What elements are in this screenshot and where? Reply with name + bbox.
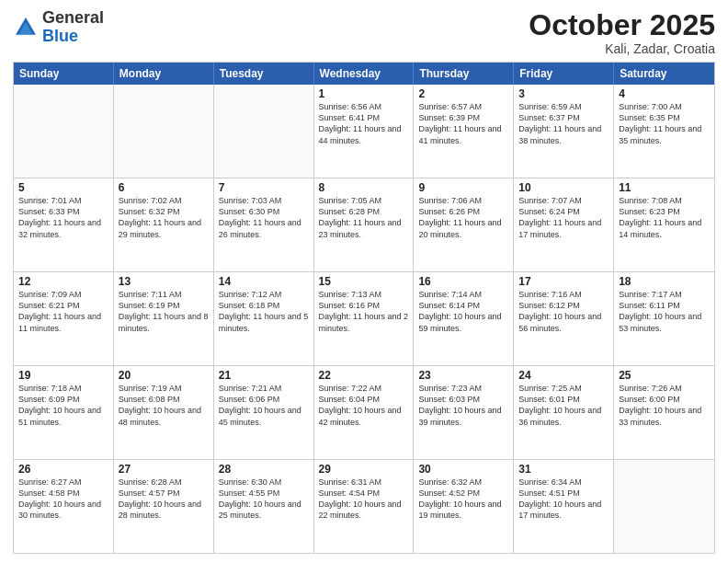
cell-info: Sunrise: 7:05 AM Sunset: 6:28 PM Dayligh… — [319, 195, 409, 240]
day-number: 26 — [18, 463, 108, 476]
calendar-cell: 28Sunrise: 6:30 AM Sunset: 4:55 PM Dayli… — [214, 460, 314, 553]
day-number: 12 — [18, 275, 108, 288]
calendar-cell: 29Sunrise: 6:31 AM Sunset: 4:54 PM Dayli… — [314, 460, 415, 553]
cell-info: Sunrise: 7:26 AM Sunset: 6:00 PM Dayligh… — [619, 383, 710, 428]
header: General Blue October 2025 Kali, Zadar, C… — [13, 9, 715, 56]
calendar-cell: 14Sunrise: 7:12 AM Sunset: 6:18 PM Dayli… — [214, 272, 314, 365]
cell-info: Sunrise: 7:08 AM Sunset: 6:23 PM Dayligh… — [619, 195, 710, 240]
calendar: SundayMondayTuesdayWednesdayThursdayFrid… — [13, 62, 715, 554]
calendar-cell: 24Sunrise: 7:25 AM Sunset: 6:01 PM Dayli… — [514, 366, 614, 459]
calendar-cell: 23Sunrise: 7:23 AM Sunset: 6:03 PM Dayli… — [414, 366, 514, 459]
location: Kali, Zadar, Croatia — [529, 41, 715, 56]
cell-info: Sunrise: 7:23 AM Sunset: 6:03 PM Dayligh… — [418, 383, 508, 428]
cell-info: Sunrise: 7:13 AM Sunset: 6:16 PM Dayligh… — [319, 289, 409, 334]
calendar-row: 19Sunrise: 7:18 AM Sunset: 6:09 PM Dayli… — [14, 365, 714, 459]
month-title: October 2025 — [529, 9, 715, 41]
calendar-cell — [114, 85, 214, 178]
weekday-header: Thursday — [414, 63, 514, 85]
calendar-cell: 16Sunrise: 7:14 AM Sunset: 6:14 PM Dayli… — [414, 272, 514, 365]
day-number: 21 — [219, 369, 309, 382]
cell-info: Sunrise: 7:11 AM Sunset: 6:19 PM Dayligh… — [119, 289, 209, 334]
calendar-cell: 15Sunrise: 7:13 AM Sunset: 6:16 PM Dayli… — [314, 272, 415, 365]
calendar-cell: 18Sunrise: 7:17 AM Sunset: 6:11 PM Dayli… — [614, 272, 714, 365]
cell-info: Sunrise: 7:09 AM Sunset: 6:21 PM Dayligh… — [18, 289, 108, 334]
day-number: 2 — [418, 87, 508, 100]
calendar-cell: 2Sunrise: 6:57 AM Sunset: 6:39 PM Daylig… — [414, 85, 514, 178]
calendar-cell: 12Sunrise: 7:09 AM Sunset: 6:21 PM Dayli… — [14, 272, 114, 365]
day-number: 27 — [119, 463, 209, 476]
calendar-cell — [614, 460, 714, 553]
cell-info: Sunrise: 6:59 AM Sunset: 6:37 PM Dayligh… — [518, 101, 609, 146]
day-number: 14 — [219, 275, 309, 288]
weekday-header: Wednesday — [314, 63, 415, 85]
calendar-cell: 20Sunrise: 7:19 AM Sunset: 6:08 PM Dayli… — [114, 366, 214, 459]
day-number: 20 — [119, 369, 209, 382]
cell-info: Sunrise: 7:17 AM Sunset: 6:11 PM Dayligh… — [619, 289, 710, 334]
weekday-header: Sunday — [14, 63, 114, 85]
day-number: 3 — [518, 87, 609, 100]
day-number: 15 — [319, 275, 409, 288]
logo-text: General Blue — [42, 9, 104, 46]
cell-info: Sunrise: 7:07 AM Sunset: 6:24 PM Dayligh… — [518, 195, 609, 240]
calendar-cell: 26Sunrise: 6:27 AM Sunset: 4:58 PM Dayli… — [14, 460, 114, 553]
day-number: 4 — [619, 87, 710, 100]
calendar-cell: 30Sunrise: 6:32 AM Sunset: 4:52 PM Dayli… — [414, 460, 514, 553]
cell-info: Sunrise: 6:31 AM Sunset: 4:54 PM Dayligh… — [319, 477, 409, 522]
day-number: 24 — [518, 369, 609, 382]
day-number: 31 — [518, 463, 609, 476]
calendar-cell: 31Sunrise: 6:34 AM Sunset: 4:51 PM Dayli… — [514, 460, 614, 553]
calendar-cell: 25Sunrise: 7:26 AM Sunset: 6:00 PM Dayli… — [614, 366, 714, 459]
cell-info: Sunrise: 6:28 AM Sunset: 4:57 PM Dayligh… — [119, 477, 209, 522]
page: General Blue October 2025 Kali, Zadar, C… — [0, 0, 728, 563]
day-number: 29 — [319, 463, 409, 476]
day-number: 25 — [619, 369, 710, 382]
calendar-cell: 5Sunrise: 7:01 AM Sunset: 6:33 PM Daylig… — [14, 178, 114, 271]
calendar-body: 1Sunrise: 6:56 AM Sunset: 6:41 PM Daylig… — [14, 85, 714, 553]
cell-info: Sunrise: 7:18 AM Sunset: 6:09 PM Dayligh… — [18, 383, 108, 428]
cell-info: Sunrise: 7:19 AM Sunset: 6:08 PM Dayligh… — [119, 383, 209, 428]
calendar-cell: 6Sunrise: 7:02 AM Sunset: 6:32 PM Daylig… — [114, 178, 214, 271]
calendar-cell: 17Sunrise: 7:16 AM Sunset: 6:12 PM Dayli… — [514, 272, 614, 365]
calendar-row: 1Sunrise: 6:56 AM Sunset: 6:41 PM Daylig… — [14, 85, 714, 178]
cell-info: Sunrise: 7:00 AM Sunset: 6:35 PM Dayligh… — [619, 101, 710, 146]
day-number: 19 — [18, 369, 108, 382]
day-number: 30 — [418, 463, 508, 476]
weekday-header: Saturday — [614, 63, 714, 85]
weekday-header: Monday — [114, 63, 214, 85]
weekday-header: Tuesday — [214, 63, 314, 85]
day-number: 13 — [119, 275, 209, 288]
calendar-cell: 19Sunrise: 7:18 AM Sunset: 6:09 PM Dayli… — [14, 366, 114, 459]
calendar-row: 12Sunrise: 7:09 AM Sunset: 6:21 PM Dayli… — [14, 271, 714, 365]
cell-info: Sunrise: 7:06 AM Sunset: 6:26 PM Dayligh… — [418, 195, 508, 240]
calendar-cell: 11Sunrise: 7:08 AM Sunset: 6:23 PM Dayli… — [614, 178, 714, 271]
calendar-cell: 7Sunrise: 7:03 AM Sunset: 6:30 PM Daylig… — [214, 178, 314, 271]
day-number: 28 — [219, 463, 309, 476]
day-number: 1 — [319, 87, 409, 100]
cell-info: Sunrise: 7:14 AM Sunset: 6:14 PM Dayligh… — [418, 289, 508, 334]
cell-info: Sunrise: 6:32 AM Sunset: 4:52 PM Dayligh… — [418, 477, 508, 522]
day-number: 8 — [319, 181, 409, 194]
cell-info: Sunrise: 6:34 AM Sunset: 4:51 PM Dayligh… — [518, 477, 609, 522]
day-number: 18 — [619, 275, 710, 288]
logo-general: General — [42, 9, 104, 28]
calendar-row: 5Sunrise: 7:01 AM Sunset: 6:33 PM Daylig… — [14, 178, 714, 271]
calendar-header: SundayMondayTuesdayWednesdayThursdayFrid… — [14, 63, 714, 85]
calendar-cell: 22Sunrise: 7:22 AM Sunset: 6:04 PM Dayli… — [314, 366, 415, 459]
calendar-cell: 3Sunrise: 6:59 AM Sunset: 6:37 PM Daylig… — [514, 85, 614, 178]
weekday-header: Friday — [514, 63, 614, 85]
cell-info: Sunrise: 7:22 AM Sunset: 6:04 PM Dayligh… — [319, 383, 409, 428]
day-number: 9 — [418, 181, 508, 194]
day-number: 6 — [119, 181, 209, 194]
calendar-cell: 1Sunrise: 6:56 AM Sunset: 6:41 PM Daylig… — [314, 85, 415, 178]
title-block: October 2025 Kali, Zadar, Croatia — [529, 9, 715, 56]
calendar-cell: 13Sunrise: 7:11 AM Sunset: 6:19 PM Dayli… — [114, 272, 214, 365]
cell-info: Sunrise: 6:27 AM Sunset: 4:58 PM Dayligh… — [18, 477, 108, 522]
cell-info: Sunrise: 7:03 AM Sunset: 6:30 PM Dayligh… — [219, 195, 309, 240]
calendar-cell: 8Sunrise: 7:05 AM Sunset: 6:28 PM Daylig… — [314, 178, 415, 271]
day-number: 5 — [18, 181, 108, 194]
calendar-cell: 10Sunrise: 7:07 AM Sunset: 6:24 PM Dayli… — [514, 178, 614, 271]
cell-info: Sunrise: 7:21 AM Sunset: 6:06 PM Dayligh… — [219, 383, 309, 428]
cell-info: Sunrise: 7:02 AM Sunset: 6:32 PM Dayligh… — [119, 195, 209, 240]
cell-info: Sunrise: 7:16 AM Sunset: 6:12 PM Dayligh… — [518, 289, 609, 334]
calendar-cell: 9Sunrise: 7:06 AM Sunset: 6:26 PM Daylig… — [414, 178, 514, 271]
